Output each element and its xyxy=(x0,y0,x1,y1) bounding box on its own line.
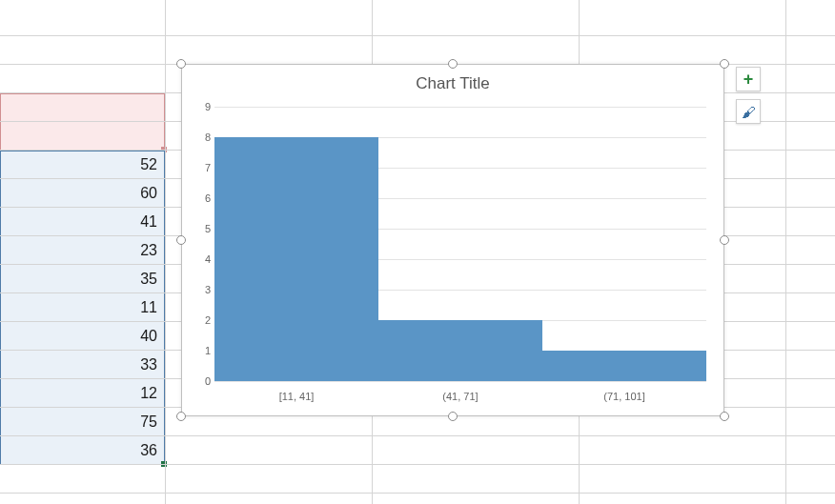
resize-handle-ml[interactable] xyxy=(176,235,186,245)
grid-row[interactable] xyxy=(0,8,835,36)
grid-column-divider xyxy=(785,0,786,504)
resize-handle-bl[interactable] xyxy=(176,412,186,421)
y-tick-label: 7 xyxy=(193,162,211,173)
gridline xyxy=(214,381,706,382)
y-tick-label: 1 xyxy=(193,345,211,356)
resize-handle-br[interactable] xyxy=(720,412,729,421)
grid-row[interactable] xyxy=(0,36,835,65)
y-tick-label: 2 xyxy=(193,314,211,326)
chart-styles-button[interactable]: 🖌 xyxy=(736,99,761,124)
y-tick-label: 9 xyxy=(193,101,211,112)
grid-row[interactable] xyxy=(0,465,835,494)
grid-row[interactable] xyxy=(0,494,835,504)
chart-elements-button[interactable]: + xyxy=(736,67,761,91)
histogram-bar[interactable] xyxy=(214,137,378,381)
y-tick-label: 6 xyxy=(193,192,211,204)
grid-row[interactable] xyxy=(0,436,835,465)
y-tick-label: 4 xyxy=(193,253,211,265)
embedded-chart[interactable]: Chart Title 0123456789[11, 41](41, 71](7… xyxy=(181,64,724,416)
y-tick-label: 5 xyxy=(193,223,211,234)
x-tick-label: (41, 71] xyxy=(442,391,478,402)
x-tick-label: (71, 101] xyxy=(603,391,644,402)
plot-area[interactable]: 0123456789[11, 41](41, 71](71, 101] xyxy=(214,107,706,381)
resize-handle-bc[interactable] xyxy=(448,412,458,421)
plus-icon: + xyxy=(743,71,754,88)
resize-handle-tl[interactable] xyxy=(176,59,186,69)
y-tick-label: 3 xyxy=(193,284,211,295)
grid-column-divider xyxy=(165,0,166,504)
resize-handle-tc[interactable] xyxy=(448,59,458,69)
y-tick-label: 0 xyxy=(193,375,211,387)
histogram-bar[interactable] xyxy=(542,351,706,381)
y-tick-label: 8 xyxy=(193,131,211,143)
x-tick-label: [11, 41] xyxy=(279,391,315,402)
brush-icon: 🖌 xyxy=(742,105,756,119)
resize-handle-tr[interactable] xyxy=(720,59,729,69)
histogram-bar[interactable] xyxy=(378,320,542,381)
chart-title[interactable]: Chart Title xyxy=(182,65,723,93)
resize-handle-mr[interactable] xyxy=(720,235,729,245)
gridline xyxy=(214,107,706,108)
